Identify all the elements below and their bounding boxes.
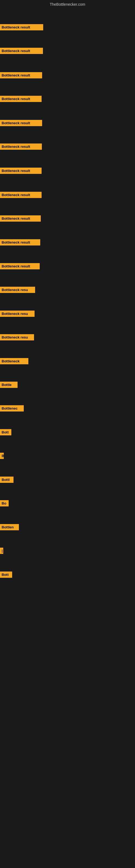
bottleneck-bar-21: Bo — [0, 500, 9, 506]
bottleneck-bar-20: Bottl — [0, 476, 13, 483]
bottleneck-bar-17: Bottlenec — [0, 405, 24, 411]
bottleneck-bar-5: Bottleneck result — [0, 120, 42, 126]
bottleneck-bar-9: Bottleneck result — [0, 215, 41, 222]
bottleneck-bar-8: Bottleneck result — [0, 192, 42, 198]
bottleneck-bar-7: Bottleneck result — [0, 167, 42, 174]
bottleneck-bar-24: Bott — [0, 571, 12, 578]
bottleneck-bar-10: Bottleneck result — [0, 239, 40, 246]
site-title: TheBottlenecker.com — [0, 0, 135, 9]
bottleneck-bar-2: Bottleneck result — [0, 48, 43, 54]
bottleneck-bar-3: Bottleneck result — [0, 72, 42, 79]
bottleneck-bar-14: Bottleneck resu — [0, 334, 34, 340]
bottleneck-bar-16: Bottle — [0, 382, 17, 388]
bottleneck-bar-13: Bottleneck resu — [0, 311, 35, 317]
bottleneck-bar-1: Bottleneck result — [0, 24, 43, 30]
bottleneck-bar-4: Bottleneck result — [0, 96, 42, 102]
bottleneck-bar-12: Bottleneck resu — [0, 287, 35, 293]
bottleneck-bar-6: Bottleneck result — [0, 144, 42, 150]
bottleneck-bar-15: Bottleneck — [0, 358, 28, 364]
bottleneck-bar-11: Bottleneck result — [0, 263, 40, 269]
bottleneck-bar-22: Bottlen — [0, 524, 19, 530]
bottleneck-bar-23: | — [0, 548, 3, 554]
bottleneck-bar-18: Bott — [0, 429, 11, 435]
bottleneck-bar-19: B — [0, 453, 4, 459]
